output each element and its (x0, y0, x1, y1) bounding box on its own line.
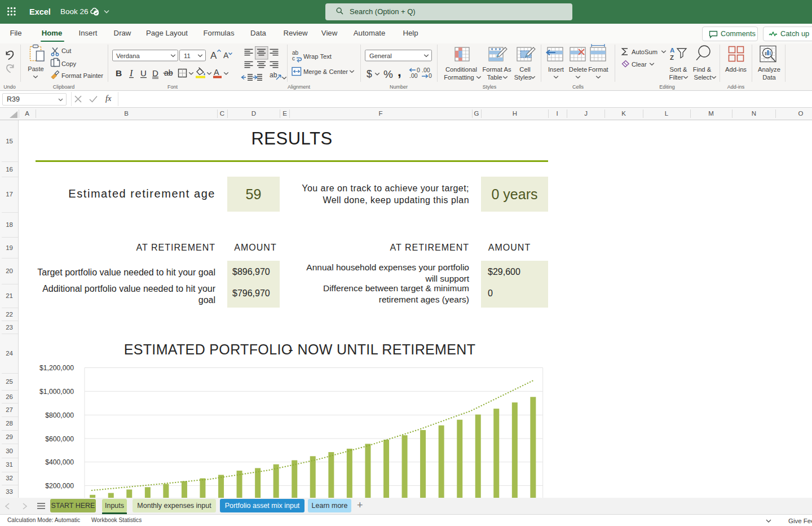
svg-text:$200,000: $200,000 (45, 482, 74, 490)
svg-text:.00: .00 (409, 72, 418, 79)
svg-text:Clear: Clear (632, 61, 647, 68)
svg-text:Filter: Filter (669, 74, 683, 81)
svg-text:Format: Format (588, 66, 608, 73)
svg-text:$1,200,000: $1,200,000 (39, 364, 74, 372)
svg-text:$1,000,000: $1,000,000 (39, 388, 74, 396)
svg-text:Merge & Center: Merge & Center (303, 68, 348, 75)
svg-text:Conditional: Conditional (445, 66, 477, 73)
svg-text:AutoSum: AutoSum (632, 49, 657, 55)
svg-text:$400,000: $400,000 (45, 458, 74, 466)
svg-text:Table: Table (487, 74, 502, 81)
svg-text:Sort &: Sort & (669, 66, 687, 73)
svg-text:Analyze: Analyze (758, 66, 780, 73)
svg-text:$: $ (367, 68, 372, 80)
svg-text:Data: Data (762, 74, 776, 81)
svg-text:%: % (383, 68, 393, 80)
svg-text:Styles: Styles (514, 74, 532, 81)
svg-text:Delete: Delete (569, 66, 587, 73)
svg-text:A: A (223, 51, 229, 60)
svg-text:D: D (152, 68, 158, 78)
svg-text:A: A (214, 68, 219, 77)
svg-text:,: , (398, 64, 401, 79)
svg-text:11: 11 (184, 52, 191, 59)
svg-text:Add-ins: Add-ins (725, 66, 747, 73)
svg-text:A: A (210, 50, 217, 61)
svg-text:Wrap Text: Wrap Text (303, 53, 332, 60)
svg-text:Verdana: Verdana (116, 52, 140, 59)
svg-text:Formatting: Formatting (444, 74, 474, 81)
svg-text:Insert: Insert (548, 66, 564, 73)
svg-text:Cell: Cell (519, 66, 530, 73)
svg-text:Select: Select (694, 74, 712, 81)
svg-text:Copy: Copy (61, 60, 77, 67)
svg-text:c: c (292, 55, 295, 62)
svg-text:A: A (670, 47, 674, 54)
svg-text:I: I (129, 68, 133, 78)
svg-text:Format Painter: Format Painter (61, 72, 103, 79)
svg-text:Cut: Cut (61, 47, 72, 54)
svg-text:Find &: Find & (693, 66, 712, 73)
svg-text:Z: Z (670, 54, 674, 61)
svg-text:Paste: Paste (28, 65, 44, 72)
svg-text:$800,000: $800,000 (45, 411, 74, 419)
svg-text:U: U (140, 68, 147, 78)
svg-text:General: General (369, 52, 392, 59)
svg-text:B: B (116, 68, 122, 78)
svg-text:$600,000: $600,000 (45, 435, 74, 443)
svg-text:ab: ab (270, 71, 277, 79)
svg-text:Format As: Format As (483, 66, 511, 73)
svg-text:0: 0 (429, 72, 432, 79)
